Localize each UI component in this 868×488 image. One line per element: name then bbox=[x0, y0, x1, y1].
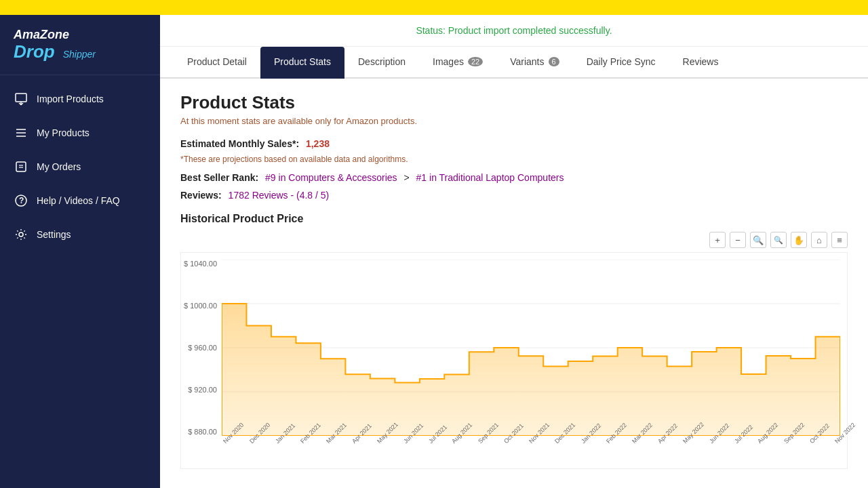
reviews-row: Reviews: 1782 Reviews - (4.8 / 5) bbox=[180, 190, 848, 201]
menu-button[interactable]: ≡ bbox=[831, 232, 848, 248]
import-icon bbox=[14, 92, 28, 106]
logo-area: AmaZone Drop Shipper bbox=[0, 22, 160, 75]
images-badge: 22 bbox=[468, 57, 483, 66]
nav-menu: Import Products My Products bbox=[0, 82, 160, 251]
tab-variants[interactable]: Variants 6 bbox=[496, 47, 572, 79]
pan-button[interactable]: ✋ bbox=[791, 232, 807, 248]
sidebar-item-settings[interactable]: Settings bbox=[0, 218, 160, 251]
best-seller-row: Best Seller Rank: #9 in Computers & Acce… bbox=[180, 172, 848, 183]
chart-controls: + − 🔍 🔍 ✋ ⌂ ≡ bbox=[180, 232, 848, 248]
estimated-label: Estimated Monthly Sales*: bbox=[180, 138, 299, 149]
status-bar: Status: Product import completed success… bbox=[160, 15, 868, 47]
svg-marker-16 bbox=[222, 304, 840, 436]
price-chart: $ 1040.00 $ 1000.00 $ 960.00 $ 920.00 $ … bbox=[180, 252, 848, 469]
sidebar-label-import-products: Import Products bbox=[37, 94, 104, 104]
help-icon: ? bbox=[14, 193, 28, 208]
logo-line2: Drop bbox=[14, 42, 55, 62]
page-subtitle: At this moment stats are available only … bbox=[180, 116, 848, 126]
status-text: Status: Product import completed success… bbox=[416, 25, 612, 36]
zoom-in-button[interactable]: + bbox=[709, 232, 726, 248]
logo-shipper: Shipper bbox=[63, 49, 96, 60]
chart-svg bbox=[222, 260, 840, 436]
home-button[interactable]: ⌂ bbox=[811, 232, 827, 248]
svg-rect-5 bbox=[16, 162, 26, 171]
tab-product-stats[interactable]: Product Stats bbox=[260, 47, 344, 79]
tab-daily-price-sync[interactable]: Daily Price Sync bbox=[573, 47, 669, 79]
tab-product-detail[interactable]: Product Detail bbox=[174, 47, 260, 79]
reviews-label: Reviews: bbox=[180, 190, 222, 201]
rank1[interactable]: #9 in Computers & Accessories bbox=[265, 172, 397, 183]
sidebar-item-help[interactable]: ? Help / Videos / FAQ bbox=[0, 184, 160, 218]
rank-arrow: > bbox=[403, 172, 409, 183]
svg-text:?: ? bbox=[19, 196, 24, 205]
reviews-value: 1782 Reviews - (4.8 / 5) bbox=[229, 190, 330, 201]
tab-description[interactable]: Description bbox=[344, 47, 419, 79]
tab-reviews[interactable]: Reviews bbox=[669, 47, 732, 79]
rank-label: Best Seller Rank: bbox=[180, 172, 258, 183]
estimated-sales-row: Estimated Monthly Sales*: 1,238 bbox=[180, 138, 848, 149]
estimated-value: 1,238 bbox=[306, 138, 330, 149]
sidebar-item-import-products[interactable]: Import Products bbox=[0, 82, 160, 116]
sidebar-label-help: Help / Videos / FAQ bbox=[37, 195, 120, 206]
page-title: Product Stats bbox=[180, 92, 848, 113]
y-axis-labels: $ 1040.00 $ 1000.00 $ 960.00 $ 920.00 $ … bbox=[181, 260, 220, 436]
rank2[interactable]: #1 in Traditional Laptop Computers bbox=[416, 172, 564, 183]
orders-icon bbox=[14, 159, 28, 174]
tab-bar: Product Detail Product Stats Description… bbox=[160, 47, 868, 79]
zoom-out-button[interactable]: − bbox=[730, 232, 746, 248]
sidebar: AmaZone Drop Shipper Import Products bbox=[0, 15, 160, 488]
svg-point-10 bbox=[19, 232, 23, 237]
list-icon bbox=[14, 125, 28, 140]
zoom-drag-button[interactable]: 🔍 bbox=[770, 232, 787, 248]
sidebar-label-my-products: My Products bbox=[37, 127, 90, 138]
page-content: Product Stats At this moment stats are a… bbox=[160, 79, 868, 488]
sidebar-item-my-products[interactable]: My Products bbox=[0, 116, 160, 150]
zoom-rect-button[interactable]: 🔍 bbox=[750, 232, 766, 248]
chart-title: Historical Product Price bbox=[180, 213, 848, 225]
svg-rect-0 bbox=[16, 94, 26, 102]
estimated-note: *These are projections based on availabl… bbox=[180, 155, 848, 164]
x-axis-labels: Nov 2020 Dec 2020 Jan 2021 Feb 2021 Mar … bbox=[222, 440, 840, 447]
tab-images[interactable]: Images 22 bbox=[419, 47, 496, 79]
sidebar-label-settings: Settings bbox=[37, 229, 71, 240]
chart-section: Historical Product Price + − 🔍 🔍 ✋ ⌂ ≡ $… bbox=[180, 213, 848, 469]
main-content: Status: Product import completed success… bbox=[160, 15, 868, 488]
logo-line1: AmaZone bbox=[14, 28, 146, 42]
sidebar-label-my-orders: My Orders bbox=[37, 161, 81, 172]
settings-icon bbox=[14, 227, 28, 242]
sidebar-item-my-orders[interactable]: My Orders bbox=[0, 150, 160, 184]
top-bar bbox=[0, 0, 868, 15]
variants-badge: 6 bbox=[549, 57, 559, 66]
